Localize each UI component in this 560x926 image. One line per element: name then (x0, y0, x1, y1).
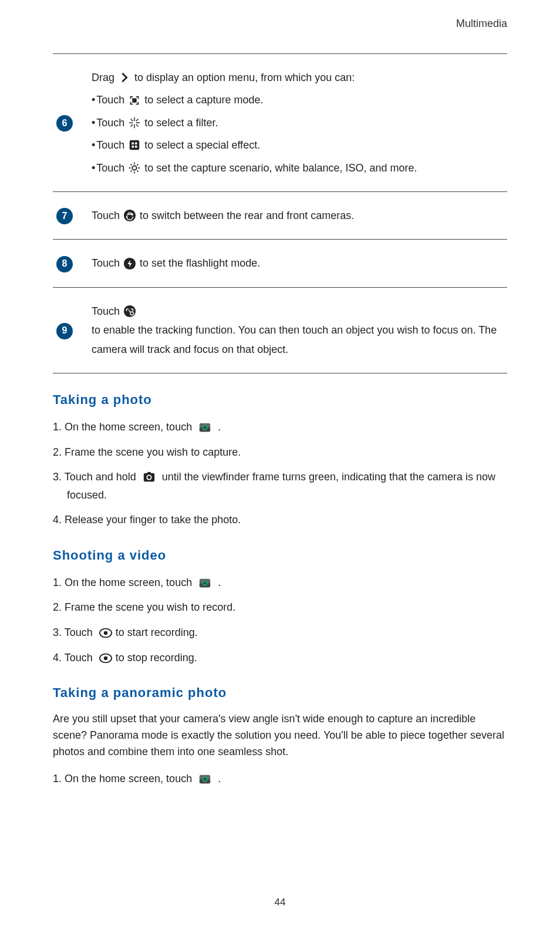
instruction-line: Touch to switch between the rear and fro… (92, 206, 504, 225)
bullet-dot: • (92, 90, 95, 109)
step-text-pre: On the home screen, touch (65, 421, 195, 433)
instruction-text-pre: Touch (92, 254, 120, 272)
camera-app-icon (197, 577, 212, 590)
step-list: On the home screen, touch .Frame the sce… (53, 418, 507, 529)
step-item: Release your finger to take the photo. (53, 511, 507, 529)
instruction-text-pre: Touch (96, 136, 124, 154)
step-text-pre: Frame the scene you wish to record. (65, 601, 235, 613)
step-text-pre: Frame the scene you wish to capture. (65, 446, 241, 458)
section-title: Shooting a video (53, 548, 507, 563)
step-text-pre: Touch (65, 652, 96, 664)
shutter-icon (141, 471, 157, 484)
bullet-dot: • (92, 113, 95, 132)
bullet-dot: • (92, 159, 95, 177)
instruction-line: •Touch to set the capture scenario, whit… (92, 159, 504, 177)
step-text-pre: On the home screen, touch (65, 773, 195, 784)
instruction-line: Touch to enable the tracking function. Y… (92, 302, 504, 359)
record-icon (98, 627, 113, 639)
instruction-text-pre: Touch (92, 206, 120, 225)
table-row: 7Touch to switch between the rear and fr… (53, 191, 507, 239)
instruction-text-post: to set the flashlight mode. (140, 254, 260, 272)
step-item: On the home screen, touch . (53, 574, 507, 592)
page-number: 44 (0, 897, 560, 908)
instruction-text-pre: Touch (96, 159, 124, 177)
step-text-post: . (215, 577, 221, 588)
instruction-text-pre: Drag (92, 68, 114, 87)
camera-app-icon (197, 421, 212, 434)
instruction-line: Touch to set the flashlight mode. (92, 254, 504, 272)
step-number-badge: 8 (56, 256, 73, 272)
filter-icon (127, 116, 142, 129)
step-item: Touch to stop recording. (53, 649, 507, 667)
instruction-text-pre: Touch (96, 90, 124, 109)
table-row: 6Drag to display an option menu, from wh… (53, 54, 507, 192)
instruction-text-post: to set the capture scenario, white balan… (144, 159, 417, 177)
step-number-badge: 9 (56, 323, 73, 339)
gear-icon (127, 161, 142, 174)
instruction-text-post: to select a capture mode. (144, 90, 263, 109)
instruction-text-post: to switch between the rear and front cam… (140, 206, 354, 225)
instruction-text-post: to enable the tracking function. You can… (92, 321, 504, 359)
instruction-text-post: to display an option menu, from which yo… (134, 68, 355, 87)
switch-camera-icon (122, 209, 137, 222)
instruction-text-post: to select a special effect. (144, 136, 260, 154)
section-title: Taking a photo (53, 392, 507, 408)
instruction-text-post: to select a filter. (144, 113, 218, 132)
effect-icon (127, 139, 142, 151)
section-intro: Are you still upset that your camera's v… (53, 711, 507, 760)
instruction-text-pre: Touch (96, 113, 124, 132)
instruction-line: Drag to display an option menu, from whi… (92, 68, 504, 87)
step-text-post: . (215, 421, 221, 433)
instruction-line: •Touch to select a filter. (92, 113, 504, 132)
step-item: Frame the scene you wish to record. (53, 598, 507, 617)
step-item: Touch and hold until the viewfinder fram… (53, 468, 507, 504)
step-text-post: . (215, 773, 221, 784)
section-header: Multimedia (53, 18, 507, 30)
step-text-pre: Touch (65, 627, 96, 638)
table-row: 8Touch to set the flashlight mode. (53, 240, 507, 287)
instruction-line: •Touch to select a capture mode. (92, 90, 504, 109)
step-number-badge: 7 (56, 208, 73, 224)
step-text-pre: Touch and hold (65, 471, 139, 483)
step-text-post: to stop recording. (116, 652, 197, 664)
step-item: On the home screen, touch . (53, 770, 507, 788)
step-number-badge: 6 (56, 115, 73, 132)
flash-icon (122, 257, 137, 270)
table-row: 9Touch to enable the tracking function. … (53, 287, 507, 373)
chevron-right-icon (117, 71, 132, 84)
step-list: On the home screen, touch .Frame the sce… (53, 574, 507, 666)
camera-app-icon (197, 773, 212, 786)
instruction-text-pre: Touch (92, 302, 120, 321)
step-item: On the home screen, touch . (53, 418, 507, 436)
tracking-icon (122, 305, 137, 318)
step-text-pre: Release your finger to take the photo. (65, 514, 241, 526)
step-text-post: to start recording. (116, 627, 198, 638)
record-icon (98, 652, 113, 665)
instruction-line: •Touch to select a special effect. (92, 136, 504, 154)
section-title: Taking a panoramic photo (53, 685, 507, 701)
feature-table: 6Drag to display an option menu, from wh… (53, 53, 507, 373)
step-list: On the home screen, touch . (53, 770, 507, 788)
bullet-dot: • (92, 136, 95, 154)
step-item: Frame the scene you wish to capture. (53, 443, 507, 462)
capture-mode-icon (127, 94, 142, 107)
step-text-pre: On the home screen, touch (65, 577, 195, 588)
step-item: Touch to start recording. (53, 624, 507, 642)
